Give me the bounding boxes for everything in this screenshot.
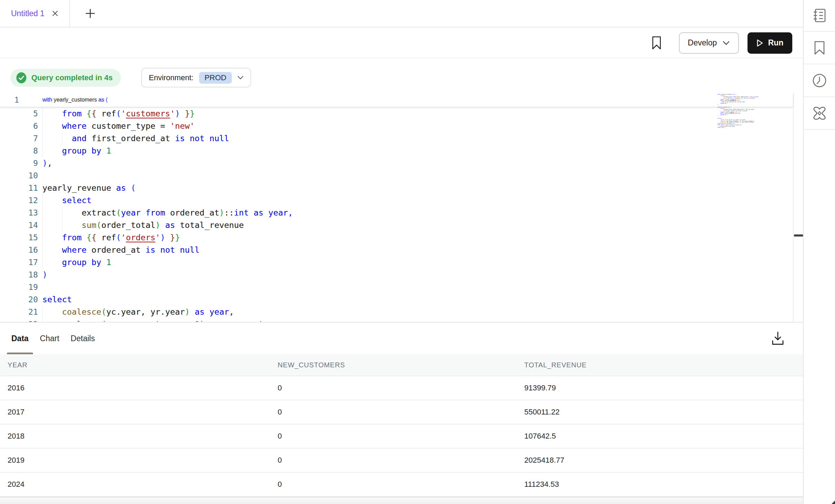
editor-viewport[interactable]: 5 from {{ ref('customers') }}6 where cus… [0,107,793,322]
history-icon[interactable] [804,64,835,97]
tab-details-label: Details [71,334,95,343]
code-line[interactable]: 13 extract(year from ordered_at)::int as… [0,207,793,219]
sticky-line-code: with yearly_customers as ( [42,97,107,103]
sticky-scroll-line[interactable]: 1 with yearly_customers as ( [0,93,793,107]
code-line[interactable]: 14 sum(order_total) as total_revenue [0,219,793,231]
line-number: 10 [0,171,38,180]
tab-data-label: Data [11,334,29,343]
table-cell: 107642.5 [517,432,803,441]
minimap[interactable]: with yearly_customers as ( select extrac… [718,94,769,132]
code-line[interactable]: 20select [0,293,793,306]
table-cell: 2019 [0,456,270,465]
indent-guide [42,194,43,207]
results-panel: Data Chart Details YEARNEW_CUSTOMERSTOTA… [0,322,803,504]
tab-untitled-1[interactable]: Untitled 1 [0,0,70,27]
indent-guide [42,318,43,322]
code-line[interactable]: 8 group by 1 [0,145,793,157]
column-header: TOTAL_REVENUE [517,361,803,369]
line-number: 14 [0,221,38,230]
table-cell: 2024 [0,480,270,489]
chevron-down-icon [237,76,244,80]
table-cell: 0 [270,456,517,465]
table-row: 20170550011.22 [0,400,803,424]
play-icon [756,39,763,47]
code-line[interactable]: 17 group by 1 [0,256,793,269]
line-number: 21 [0,307,38,316]
run-label: Run [768,38,784,48]
line-number: 6 [0,122,38,130]
table-row: 20240111234.53 [0,473,803,497]
table-cell: 111234.53 [517,480,803,489]
line-number: 16 [0,245,38,254]
download-icon[interactable] [771,331,785,346]
code-line[interactable]: 18) [0,269,793,281]
scrollbar-marker[interactable] [794,234,803,237]
indent-guide [42,243,43,256]
code-editor[interactable]: 5 from {{ ref('customers') }}6 where cus… [0,93,793,322]
code-line[interactable]: 11yearly_revenue as ( [0,182,793,194]
line-number: 19 [0,283,38,292]
results-tab-bar: Data Chart Details [0,323,803,354]
new-tab-button[interactable] [84,8,96,19]
status-check-icon [16,72,27,83]
table-cell: 0 [270,408,517,417]
code-line[interactable]: 7 and first_ordered_at is not null [0,132,793,145]
line-number: 20 [0,295,38,304]
table-cell: 2017 [0,408,270,417]
tab-data[interactable]: Data [7,323,33,354]
results-header-row: YEARNEW_CUSTOMERSTOTAL_REVENUE [0,354,803,376]
code-line[interactable]: 19 [0,281,793,293]
code-line[interactable]: 5 from {{ ref('customers') }} [0,107,793,120]
bookmark-icon[interactable] [804,32,835,64]
develop-button[interactable]: Develop [679,32,739,54]
environment-value-badge: PROD [199,72,232,84]
editor-lines: 5 from {{ ref('customers') }}6 where cus… [0,107,793,322]
indent-guide [42,132,43,145]
indent-guide [42,144,43,157]
indent-guide [62,206,62,219]
table-cell: 0 [270,480,517,489]
editor-scrollbar-track[interactable] [793,93,803,322]
query-status-badge: Query completed in 4s [10,69,121,87]
column-header: NEW_CUSTOMERS [270,361,517,369]
code-line[interactable]: 22 coalesce(yc.new_customers, 0) as new_… [0,318,793,322]
tab-chart[interactable]: Chart [35,323,64,354]
code-line[interactable]: 10 [0,169,793,182]
code-line[interactable]: 21 coalesce(yc.year, yr.year) as year, [0,306,793,318]
line-number: 9 [0,159,38,168]
environment-select[interactable]: Environment: PROD [141,68,251,87]
code-line[interactable]: 9), [0,157,793,169]
code-line[interactable]: 12 select [0,194,793,207]
line-number: 1 [0,95,19,105]
table-cell: 2025418.77 [517,456,803,465]
code-line[interactable]: 15 from {{ ref('orders') }} [0,231,793,244]
line-number: 17 [0,258,38,267]
bookmark-icon[interactable] [651,36,662,50]
chevron-down-icon [722,41,730,45]
table-cell: 2016 [0,384,270,392]
line-number: 7 [0,134,38,143]
notebook-icon[interactable] [804,0,835,32]
line-number: 12 [0,196,38,205]
horizontal-scrollbar-track[interactable] [0,497,803,504]
code-line[interactable]: 6 where customer_type = 'new' [0,120,793,132]
tab-details[interactable]: Details [66,323,99,354]
develop-label: Develop [688,38,717,48]
line-number: 5 [0,109,38,118]
indent-guide [42,206,43,219]
indent-guide [42,219,43,232]
line-number: 15 [0,233,38,242]
line-number: 18 [0,270,38,279]
line-number: 8 [0,146,38,155]
tab-chart-label: Chart [40,334,59,343]
resize-grip[interactable] [832,501,835,504]
run-button[interactable]: Run [748,32,792,54]
query-status-text: Query completed in 4s [31,73,113,82]
indent-guide [42,256,43,269]
indent-guide [42,305,43,318]
indent-guide [42,119,43,133]
explore-icon[interactable] [804,97,835,130]
close-icon[interactable] [51,10,59,17]
indent-guide [62,132,62,145]
code-line[interactable]: 16 where ordered_at is not null [0,244,793,256]
